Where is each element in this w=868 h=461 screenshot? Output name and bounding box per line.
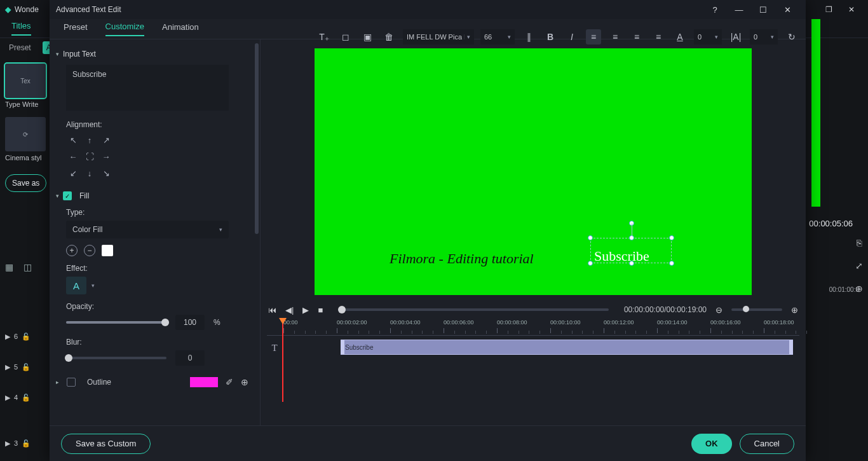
app-logo: ◆ <box>5 5 11 14</box>
font-select[interactable]: IM FELL DW Pica F▾ <box>403 29 474 45</box>
line-height-icon[interactable]: ‖ <box>521 29 536 45</box>
zoom-in-icon[interactable]: ⊕ <box>791 305 798 315</box>
mini-text-clip[interactable]: Subscribe <box>341 340 793 355</box>
align-left-icon[interactable]: ≡ <box>586 29 601 45</box>
ok-button[interactable]: OK <box>691 434 732 454</box>
italic-icon[interactable]: I <box>564 29 580 45</box>
collapse-icon[interactable]: ▸ <box>56 379 59 385</box>
tab-preset[interactable]: Preset <box>64 22 88 36</box>
add-shape-icon[interactable]: ◻ <box>338 29 353 45</box>
align-c-icon[interactable]: ⛶ <box>83 149 97 163</box>
delete-icon[interactable]: 🗑 <box>381 29 397 45</box>
ruler-tick: 00:00:04:00 <box>390 319 421 326</box>
transport-slider[interactable] <box>338 308 609 311</box>
close-main-icon[interactable]: ✕ <box>840 1 863 18</box>
add-text-icon[interactable]: T₊ <box>316 29 332 45</box>
collapse-icon[interactable]: ▾ <box>56 51 59 57</box>
bold-icon[interactable]: B <box>543 29 558 45</box>
add-color-icon[interactable]: + <box>66 245 78 256</box>
align-t-icon[interactable]: ↑ <box>83 133 97 147</box>
save-as-custom-button[interactable]: Save as Custom <box>61 434 151 454</box>
canvas-text-1[interactable]: Filmora - Editing tutorial <box>390 251 534 267</box>
cancel-button[interactable]: Cancel <box>740 434 794 454</box>
input-text-field[interactable] <box>66 65 229 111</box>
fill-type-select[interactable]: Color Fill▾ <box>66 221 229 238</box>
mini-playhead[interactable] <box>282 319 283 402</box>
prev-frame-icon[interactable]: ⏮ <box>268 305 276 315</box>
align-bl-icon[interactable]: ↙ <box>66 166 80 180</box>
add-outline-icon[interactable]: ⊕ <box>241 377 248 387</box>
opacity-unit: % <box>214 318 220 327</box>
step-back-icon[interactable]: ◀| <box>285 305 294 315</box>
lock-icon[interactable]: 🔓 <box>22 333 31 341</box>
tab-customize[interactable]: Customize <box>105 22 144 36</box>
canvas-text-2[interactable]: Subscribe <box>594 248 649 265</box>
mini-ruler[interactable]: 00:0000:00:02:0000:00:04:0000:00:06:0000… <box>267 319 799 336</box>
export-icon[interactable]: ⎘ <box>857 238 862 248</box>
opacity-slider[interactable] <box>66 321 166 324</box>
preview-canvas[interactable]: Filmora - Editing tutorial Subscribe <box>315 48 752 295</box>
grid-view-icon[interactable]: ▦ <box>5 262 13 272</box>
remove-color-icon[interactable]: − <box>84 245 95 256</box>
align-r-icon[interactable]: → <box>99 149 113 163</box>
stop-icon[interactable]: ■ <box>318 305 323 315</box>
ruler-tick: 00:00:08:00 <box>497 319 527 326</box>
refresh-icon[interactable]: ↻ <box>784 29 799 45</box>
title-thumb-cinema[interactable]: ⟳ <box>5 117 46 151</box>
letter-spacing-input[interactable]: 0▾ <box>694 29 722 45</box>
dialog-title: Advanced Text Edit <box>56 5 121 14</box>
blur-slider[interactable] <box>66 357 166 359</box>
subtab-preset[interactable]: Preset <box>9 43 31 52</box>
blur-value[interactable]: 0 <box>175 350 205 366</box>
ruler-tick: 00:00:16:00 <box>710 319 741 326</box>
section-input-text: Input Text <box>63 50 96 58</box>
tab-animation[interactable]: Animation <box>162 22 199 36</box>
advanced-text-edit-dialog: Advanced Text Edit ? — ☐ ✕ T₊ ◻ ▣ 🗑 IM F… <box>50 0 806 461</box>
ruler-tick: 00:00:10:00 <box>550 319 581 326</box>
lock-icon[interactable]: 🔓 <box>22 363 31 371</box>
effect-dropdown-icon[interactable]: ▾ <box>92 282 95 289</box>
fill-color-swatch[interactable] <box>102 245 113 256</box>
help-icon[interactable]: ? <box>703 1 727 18</box>
zoom-slider[interactable] <box>731 308 782 311</box>
char-spacing-icon[interactable]: |A| <box>728 29 743 45</box>
eyedropper-icon[interactable]: ✐ <box>226 377 233 387</box>
title-thumb-typewriter[interactable]: Tex <box>5 64 46 98</box>
effect-label: Effect: <box>66 264 248 273</box>
fill-checkbox[interactable]: ✓ <box>63 191 72 200</box>
lock-icon[interactable]: 🔓 <box>22 439 31 448</box>
restore-main-icon[interactable]: ❐ <box>817 1 840 18</box>
opacity-value[interactable]: 100 <box>175 315 205 330</box>
align-tl-icon[interactable]: ↖ <box>66 133 80 147</box>
list-view-icon[interactable]: ◫ <box>24 262 32 272</box>
align-justify-icon[interactable]: ≡ <box>651 29 666 45</box>
timeline-end-time: 00:01:00:0 <box>829 286 859 293</box>
type-label: Type: <box>66 208 248 217</box>
maximize-icon[interactable]: ☐ <box>751 1 775 18</box>
track-video-icon: ▶ <box>5 363 10 371</box>
font-size-select[interactable]: 66▾ <box>480 29 515 45</box>
align-br-icon[interactable]: ↘ <box>99 166 113 180</box>
align-tr-icon[interactable]: ↗ <box>99 133 113 147</box>
align-l-icon[interactable]: ← <box>66 149 80 163</box>
save-as-button-under[interactable]: Save as <box>5 174 46 192</box>
lock-icon[interactable]: 🔓 <box>22 394 31 402</box>
collapse-icon[interactable]: ▾ <box>56 193 59 199</box>
add-image-icon[interactable]: ▣ <box>360 29 375 45</box>
section-outline: Outline <box>87 378 111 387</box>
align-right-icon[interactable]: ≡ <box>629 29 644 45</box>
fullscreen-icon[interactable]: ⤢ <box>855 261 863 271</box>
tab-titles[interactable]: Titles <box>11 21 31 36</box>
zoom-out-icon[interactable]: ⊖ <box>715 305 722 315</box>
char-spacing-input[interactable]: 0▾ <box>750 29 778 45</box>
outline-color-swatch[interactable] <box>190 377 218 387</box>
play-icon[interactable]: ▶ <box>302 305 309 315</box>
effect-preview[interactable]: A <box>66 277 86 294</box>
close-icon[interactable]: ✕ <box>775 1 799 18</box>
outline-checkbox[interactable] <box>67 378 76 387</box>
text-color-icon[interactable]: A <box>672 29 688 45</box>
align-b-icon[interactable]: ↓ <box>83 166 97 180</box>
minimize-icon[interactable]: — <box>727 1 751 18</box>
left-scrollbar[interactable] <box>255 43 259 234</box>
align-center-icon[interactable]: ≡ <box>607 29 623 45</box>
